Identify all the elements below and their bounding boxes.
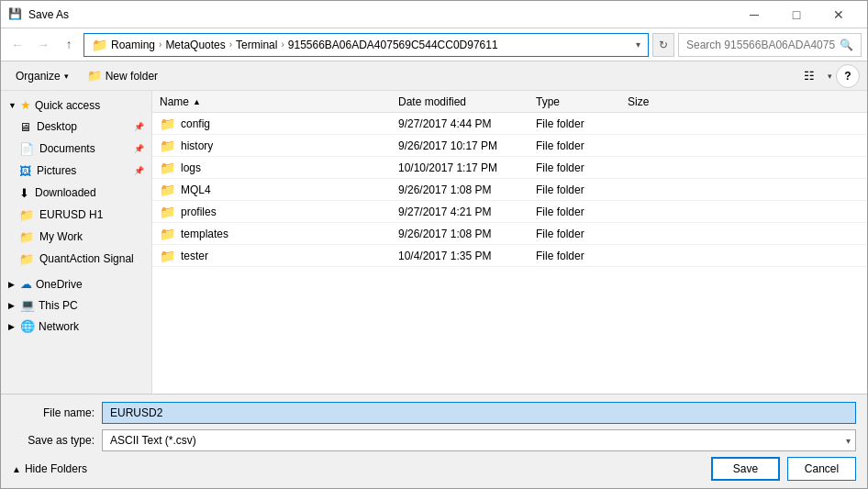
downloaded-label: Downloaded [35, 186, 96, 199]
sidebar-onedrive[interactable]: ▶ ☁ OneDrive [1, 273, 151, 295]
help-button[interactable]: ? [836, 64, 860, 88]
window-icon: 💾 [8, 7, 23, 22]
action-row: ▲ Hide Folders Save Cancel [12, 457, 856, 481]
file-name-cell: 📁 config [160, 117, 398, 131]
table-row[interactable]: 📁 MQL4 9/26/2017 1:08 PM File folder [152, 179, 867, 201]
header-date-label: Date modified [398, 95, 466, 108]
mywork-label: My Work [39, 230, 83, 243]
pictures-label: Pictures [37, 164, 76, 177]
organize-button[interactable]: Organize ▾ [8, 65, 76, 87]
pictures-icon: 🖼 [19, 164, 31, 178]
back-button[interactable]: ← [6, 34, 28, 56]
new-folder-icon: 📁 [87, 69, 102, 83]
save-button[interactable]: Save [711, 457, 780, 481]
view-options-button[interactable]: ☷ [795, 65, 824, 87]
cancel-label: Cancel [805, 462, 839, 475]
path-roaming: Roaming [111, 39, 155, 51]
desktop-label: Desktop [37, 120, 77, 133]
sidebar-item-pictures[interactable]: 🖼 Pictures 📌 [1, 160, 151, 182]
sidebar-item-quantaction[interactable]: 📁 QuantAction Signal [1, 248, 151, 270]
sidebar-item-mywork[interactable]: 📁 My Work [1, 226, 151, 248]
table-row[interactable]: 📁 logs 10/10/2017 1:17 PM File folder [152, 157, 867, 179]
table-row[interactable]: 📁 templates 9/26/2017 1:08 PM File folde… [152, 223, 867, 245]
folder-icon: 📁 [160, 161, 175, 175]
save-label: Save [733, 462, 758, 475]
search-icon: 🔍 [840, 39, 853, 51]
file-rows-container: 📁 config 9/27/2017 4:44 PM File folder 📁… [152, 113, 867, 267]
quick-access-collapse-arrow: ▼ [8, 101, 17, 110]
header-name[interactable]: Name ▲ [160, 95, 398, 108]
forward-button[interactable]: → [32, 34, 54, 56]
folder-icon: 📁 [160, 183, 175, 197]
header-type[interactable]: Type [536, 95, 628, 108]
folder-icon: 📁 [160, 249, 175, 263]
file-date-cell: 10/10/2017 1:17 PM [398, 161, 536, 174]
folder-icon: 📁 [160, 227, 175, 241]
sidebar-item-downloaded[interactable]: ⬇ Downloaded [1, 182, 151, 204]
savetype-select[interactable]: ASCII Text (*.csv) [102, 429, 856, 451]
sidebar: ▼ ★ Quick access 🖥 Desktop 📌 📄 Documents… [1, 91, 152, 394]
quick-access-label: Quick access [35, 99, 100, 112]
header-size[interactable]: Size [628, 95, 701, 108]
address-path[interactable]: 📁 Roaming › MetaQuotes › Terminal › 9155… [83, 33, 649, 57]
file-list: Name ▲ Date modified Type Size 📁 config [152, 91, 867, 394]
table-row[interactable]: 📁 history 9/26/2017 10:17 PM File folder [152, 135, 867, 157]
folder-icon: 📁 [160, 117, 175, 131]
file-name: templates [181, 228, 228, 240]
network-icon: 🌐 [20, 319, 35, 333]
pictures-pin-icon: 📌 [134, 166, 144, 175]
file-date-cell: 9/27/2017 4:21 PM [398, 206, 536, 218]
header-type-label: Type [536, 95, 560, 108]
file-name-cell: 📁 MQL4 [160, 183, 398, 197]
path-dropdown-arrow[interactable]: ▾ [636, 39, 640, 50]
file-type-cell: File folder [536, 161, 628, 174]
onedrive-label: OneDrive [36, 278, 83, 291]
file-name: config [181, 117, 210, 130]
sidebar-quick-access[interactable]: ▼ ★ Quick access [1, 94, 151, 116]
folder-icon: 📁 [160, 205, 175, 219]
file-date-cell: 10/4/2017 1:35 PM [398, 250, 536, 262]
thispc-icon: 💻 [20, 298, 35, 312]
table-row[interactable]: 📁 tester 10/4/2017 1:35 PM File folder [152, 245, 867, 267]
window-title: Save As [28, 8, 69, 21]
view-dropdown-arrow[interactable]: ▾ [828, 72, 832, 81]
new-folder-label: New folder [106, 70, 158, 83]
minimize-button[interactable]: ─ [733, 1, 775, 28]
eurusd-label: EURUSD H1 [39, 208, 103, 221]
filename-input[interactable] [102, 402, 856, 424]
table-row[interactable]: 📁 profiles 9/27/2017 4:21 PM File folder [152, 201, 867, 223]
sidebar-item-documents[interactable]: 📄 Documents 📌 [1, 138, 151, 160]
new-folder-button[interactable]: 📁 New folder [80, 65, 165, 87]
hide-folders-button[interactable]: ▲ Hide Folders [12, 462, 704, 475]
maximize-button[interactable]: □ [775, 1, 818, 28]
filename-row: File name: [12, 402, 856, 424]
file-name-cell: 📁 logs [160, 161, 398, 175]
sidebar-item-eurusd[interactable]: 📁 EURUSD H1 [1, 204, 151, 226]
up-button[interactable]: ↑ [58, 34, 80, 56]
file-date-cell: 9/27/2017 4:44 PM [398, 117, 536, 130]
search-input[interactable] [686, 39, 836, 51]
sort-arrow-icon: ▲ [193, 97, 201, 106]
file-type-cell: File folder [536, 139, 628, 152]
sidebar-thispc[interactable]: ▶ 💻 This PC [1, 295, 151, 316]
header-size-label: Size [628, 95, 649, 108]
hide-folders-label: Hide Folders [25, 462, 87, 475]
close-button[interactable]: ✕ [818, 1, 860, 28]
file-type-cell: File folder [536, 250, 628, 262]
organize-arrow-icon: ▾ [64, 72, 69, 81]
savetype-wrapper: ASCII Text (*.csv) ▾ [102, 429, 856, 451]
file-date-cell: 9/26/2017 1:08 PM [398, 228, 536, 240]
main-content: ▼ ★ Quick access 🖥 Desktop 📌 📄 Documents… [1, 91, 867, 394]
refresh-button[interactable]: ↻ [652, 33, 674, 57]
header-date[interactable]: Date modified [398, 95, 536, 108]
thispc-collapse-arrow: ▶ [8, 301, 15, 310]
onedrive-collapse-arrow: ▶ [8, 280, 15, 289]
onedrive-icon: ☁ [20, 277, 32, 291]
search-box[interactable]: 🔍 [678, 33, 862, 57]
file-type-cell: File folder [536, 117, 628, 130]
folder-icon: 📁 [160, 139, 175, 153]
cancel-button[interactable]: Cancel [787, 457, 856, 481]
sidebar-network[interactable]: ▶ 🌐 Network [1, 316, 151, 337]
table-row[interactable]: 📁 config 9/27/2017 4:44 PM File folder [152, 113, 867, 135]
sidebar-item-desktop[interactable]: 🖥 Desktop 📌 [1, 116, 151, 138]
